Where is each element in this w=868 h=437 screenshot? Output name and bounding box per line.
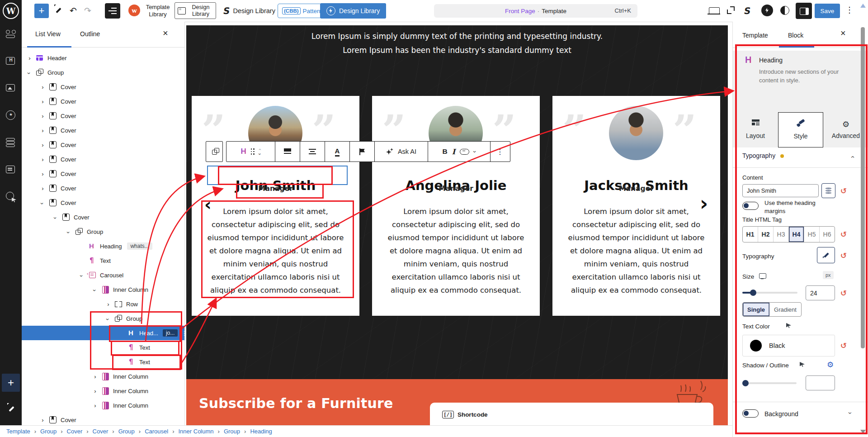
dynamic-data-button[interactable]	[821, 183, 835, 198]
link-icon[interactable]	[460, 149, 469, 155]
list-item-inner-column[interactable]: ›Inner Column	[22, 282, 184, 297]
document-overview-button[interactable]	[105, 3, 120, 19]
chevron-icon[interactable]: ›	[39, 127, 46, 134]
reset-icon[interactable]: ↺	[840, 230, 847, 239]
list-item-group[interactable]: ›Group	[22, 224, 184, 239]
header-template-icon[interactable]: H	[6, 56, 16, 66]
row-options-kebab-icon[interactable]: ⋮	[181, 330, 185, 337]
close-icon[interactable]: ×	[840, 28, 846, 38]
close-icon[interactable]: ×	[163, 28, 168, 38]
list-item-cover[interactable]: ›Cover	[22, 210, 184, 224]
select-parent-button[interactable]	[206, 141, 223, 162]
more-formats-chevron-icon[interactable]: ›	[472, 151, 478, 152]
breadcrumb-item[interactable]: Group	[224, 428, 240, 435]
list-item-row[interactable]: ›Row	[22, 297, 184, 311]
breadcrumb-item[interactable]: Inner Column	[179, 428, 214, 435]
scroll-up-arrow[interactable]	[860, 4, 866, 8]
tab-block[interactable]: Block	[788, 32, 803, 39]
list-item-text[interactable]: ¶Text	[22, 253, 184, 268]
tab-style[interactable]: Style	[778, 112, 823, 147]
settings-sidebar-toggle[interactable]	[796, 3, 812, 19]
breadcrumb-item[interactable]: Group	[118, 428, 135, 435]
chevron-icon[interactable]: ›	[92, 373, 99, 380]
breadcrumb-item[interactable]: Cover	[93, 428, 108, 435]
heading-tag-h5[interactable]: H5	[804, 227, 820, 242]
star-circle-icon[interactable]: ★	[6, 110, 16, 120]
block-mover[interactable]: ››	[259, 147, 261, 156]
theme-margins-toggle[interactable]	[742, 202, 759, 210]
shadow-settings-gear-icon[interactable]: ⚙	[827, 360, 834, 370]
testimonial-card[interactable]: ””Angelina JolieManagerLorem ipsum dolor…	[372, 96, 540, 316]
save-button[interactable]: Save	[815, 4, 840, 18]
testimonial-card[interactable]: ””John SmithManagerLorem ipsum dolor sit…	[192, 96, 359, 316]
chevron-icon[interactable]: ›	[39, 185, 46, 192]
scrollbar-thumb[interactable]	[861, 27, 865, 348]
chevron-icon[interactable]: ›	[92, 388, 99, 394]
heading-tag-h6[interactable]: H6	[820, 227, 835, 242]
command-palette[interactable]: Front Page · Template Ctrl+K	[434, 4, 637, 18]
list-item-cover[interactable]: ›Cover	[22, 80, 184, 94]
chevron-icon[interactable]: ›	[104, 316, 111, 323]
chevron-icon[interactable]: ›	[39, 417, 46, 423]
chevron-icon[interactable]: ›	[65, 229, 72, 236]
list-item-cover[interactable]: ›Cover	[22, 413, 184, 425]
block-inserter-button[interactable]: +	[34, 4, 49, 18]
shadow-slider[interactable]	[742, 382, 797, 384]
list-item-group[interactable]: ›Group	[22, 65, 184, 80]
size-slider[interactable]	[742, 292, 797, 294]
tab-outline[interactable]: Outline	[80, 30, 100, 38]
shortcode-block[interactable]: [/] Shortcode	[430, 403, 713, 425]
background-toggle[interactable]	[742, 409, 759, 418]
list-item-inner-column[interactable]: ›Inner Column	[22, 398, 184, 413]
list-item-cover[interactable]: ›Cover	[22, 181, 184, 195]
expand-chevron-icon[interactable]: ›	[847, 412, 854, 414]
design-library-primary-button[interactable]: Design Library	[320, 3, 386, 19]
list-item-heading[interactable]: HHeadingwhats...	[22, 239, 184, 253]
flag-icon[interactable]	[359, 148, 365, 155]
scroll-down-arrow[interactable]	[860, 430, 866, 434]
list-item-group[interactable]: ›Group	[22, 311, 184, 326]
list-item-header[interactable]: ›Header	[22, 51, 184, 65]
chevron-icon[interactable]: ›	[52, 214, 59, 221]
carousel-next-icon[interactable]: ›	[700, 192, 708, 215]
bolt-disc-icon[interactable]	[761, 5, 773, 16]
breadcrumb-item[interactable]: Cover	[67, 428, 83, 435]
list-item-inner-column[interactable]: ›Inner Column	[22, 384, 184, 398]
rail-add-button[interactable]: +	[2, 374, 20, 392]
slider-thumb[interactable]	[750, 290, 756, 296]
heading-block-icon[interactable]: H	[241, 147, 246, 156]
list-item-carousel[interactable]: ›Carousel	[22, 268, 184, 282]
cbb-pattern-button[interactable]: (CBB) Pattern	[278, 4, 327, 18]
spectra-design-library-button[interactable]: S Design Library	[223, 5, 275, 16]
reset-icon[interactable]: ↺	[840, 341, 847, 350]
breadcrumb-item[interactable]: Carousel	[145, 428, 168, 435]
typography-edit-button[interactable]	[817, 247, 835, 263]
patterns-icon[interactable]	[6, 29, 16, 39]
size-input[interactable]: 24	[806, 285, 835, 300]
list-item-head-[interactable]: HHead...jo...⋮	[22, 326, 184, 340]
person-role[interactable]: Manager	[552, 185, 720, 193]
redo-icon[interactable]: ↷	[84, 5, 91, 16]
shadow-input[interactable]	[806, 375, 835, 390]
chevron-icon[interactable]: ›	[78, 272, 85, 279]
align-icon[interactable]	[284, 148, 291, 155]
breadcrumb-item[interactable]: Template	[6, 428, 30, 435]
breadcrumb-item[interactable]: Heading	[250, 428, 272, 435]
chevron-icon[interactable]: ›	[92, 402, 99, 409]
fullscreen-icon[interactable]	[727, 6, 735, 14]
list-item-text[interactable]: ¶Text	[22, 340, 184, 355]
wordpress-logo-icon[interactable]: W	[3, 3, 19, 19]
heading-tag-h1[interactable]: H1	[743, 227, 758, 242]
testimonial-card[interactable]: ””Jackson SmithManagerLorem ipsum dolor …	[552, 96, 720, 316]
reset-icon[interactable]: ↺	[840, 251, 847, 260]
responsive-monitor-icon[interactable]	[759, 273, 766, 279]
chevron-icon[interactable]: ›	[105, 301, 112, 308]
text-align-center-icon[interactable]	[309, 149, 316, 155]
list-item-text[interactable]: ¶Text	[22, 355, 184, 369]
drag-handle-icon[interactable]	[251, 148, 255, 155]
chevron-icon[interactable]: ›	[39, 156, 46, 163]
testimonial-text[interactable]: Lorem ipsum dolor sit amet, consectetur …	[207, 205, 344, 297]
spectra-topbar-icon[interactable]: S	[743, 5, 752, 16]
list-item-cover[interactable]: ›Cover	[22, 94, 184, 109]
testimonial-text[interactable]: Lorem ipsum dolor sit amet, consectetur …	[567, 205, 705, 297]
